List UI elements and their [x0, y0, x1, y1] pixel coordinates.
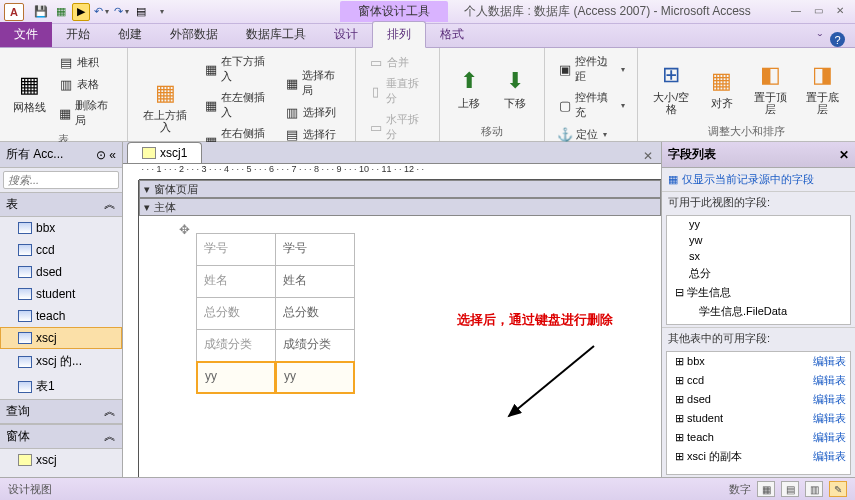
form-label-cell[interactable]: 姓名	[196, 265, 276, 298]
form-control-cell[interactable]: 姓名	[275, 265, 355, 298]
gridlines-button[interactable]: ▦网格线	[8, 67, 50, 115]
nav-item-表1[interactable]: 表1	[0, 374, 122, 399]
nav-item-xscj[interactable]: xscj	[0, 449, 122, 471]
control-margins-button[interactable]: ▣控件边距▾	[553, 52, 629, 86]
form-control-cell[interactable]: 成绩分类	[275, 329, 355, 362]
send-back-button[interactable]: ◨置于底层	[799, 57, 847, 117]
select-layout-button[interactable]: ▦选择布局	[280, 66, 347, 100]
nav-category-tables[interactable]: 表︽	[0, 192, 122, 217]
view-datasheet-button[interactable]: ▤	[781, 481, 799, 497]
select-column-button[interactable]: ▥选择列	[280, 102, 347, 122]
nav-item-bbx[interactable]: bbx	[0, 217, 122, 239]
edit-table-link[interactable]: 编辑表	[813, 354, 846, 369]
layout-selector-icon[interactable]: ✥	[179, 222, 190, 237]
field-item[interactable]: yy	[667, 216, 850, 232]
tab-format[interactable]: 格式	[426, 22, 478, 47]
other-table-item[interactable]: ⊞ ccd编辑表	[667, 371, 850, 390]
qat-custom-icon[interactable]: ▾	[152, 3, 170, 21]
nav-item-ccd[interactable]: ccd	[0, 239, 122, 261]
nav-item-xscj[interactable]: xscj	[0, 327, 122, 349]
insert-left-button[interactable]: ▦在左侧插入	[199, 88, 276, 122]
nav-category-queries[interactable]: 查询︽	[0, 399, 122, 424]
form-label-cell[interactable]: 总分数	[196, 297, 276, 330]
tab-create[interactable]: 创建	[104, 22, 156, 47]
design-canvas[interactable]: · · · 1 · · · 2 · · · 3 · · · 4 · · · 5 …	[123, 164, 661, 477]
bring-front-button[interactable]: ◧置于顶层	[747, 57, 795, 117]
view-layout-button[interactable]: ▥	[805, 481, 823, 497]
field-item[interactable]: 总分	[667, 264, 850, 283]
qat-form-icon[interactable]: ▤	[132, 3, 150, 21]
field-item[interactable]: sx	[667, 248, 850, 264]
nav-item-xscj 的...[interactable]: xscj 的...	[0, 349, 122, 374]
doc-tab-xscj1[interactable]: xscj1	[127, 142, 202, 163]
section-detail[interactable]: ▾主体	[139, 198, 661, 216]
nav-item-student[interactable]: student	[0, 283, 122, 305]
other-table-item[interactable]: ⊞ dsed编辑表	[667, 390, 850, 409]
form-control-cell[interactable]: yy	[275, 361, 355, 394]
nav-dropdown-icon[interactable]: ⊙ «	[96, 148, 116, 162]
minimize-button[interactable]: ―	[787, 5, 805, 19]
qat-excel-icon[interactable]: ▦	[52, 3, 70, 21]
edit-table-link[interactable]: 编辑表	[813, 373, 846, 388]
tab-file[interactable]: 文件	[0, 22, 52, 47]
help-icon[interactable]: ?	[830, 32, 845, 47]
tab-external-data[interactable]: 外部数据	[156, 22, 232, 47]
close-pane-icon[interactable]: ✕	[839, 148, 849, 162]
field-child[interactable]: 学生信息.FileName	[667, 321, 850, 325]
anchoring-button[interactable]: ⚓定位▾	[553, 124, 629, 144]
tab-arrange[interactable]: 排列	[372, 21, 426, 48]
view-form-button[interactable]: ▦	[757, 481, 775, 497]
align-button[interactable]: ▦对齐	[701, 63, 743, 111]
select-row-button[interactable]: ▤选择行	[280, 124, 347, 144]
horizontal-ruler[interactable]: · · · 1 · · · 2 · · · 3 · · · 4 · · · 5 …	[139, 164, 661, 180]
qat-redo-icon[interactable]: ↷▾	[112, 3, 130, 21]
search-input[interactable]	[3, 171, 119, 189]
stacked-button[interactable]: ▤堆积	[54, 52, 119, 72]
insert-above-button[interactable]: ▦在上方插入	[136, 75, 196, 135]
minimize-ribbon-icon[interactable]: ˇ	[818, 32, 822, 47]
move-down-button[interactable]: ⬇下移	[494, 63, 536, 111]
qat-save-icon[interactable]: 💾	[32, 3, 50, 21]
nav-item-dsed[interactable]: dsed	[0, 261, 122, 283]
form-control-cell[interactable]: 总分数	[275, 297, 355, 330]
close-button[interactable]: ✕	[831, 5, 849, 19]
restore-button[interactable]: ▭	[809, 5, 827, 19]
other-table-item[interactable]: ⊞ bbx编辑表	[667, 352, 850, 371]
qat-run-icon[interactable]: ▶	[72, 3, 90, 21]
tab-database-tools[interactable]: 数据库工具	[232, 22, 320, 47]
control-padding-button[interactable]: ▢控件填充▾	[553, 88, 629, 122]
edit-table-link[interactable]: 编辑表	[813, 449, 846, 464]
form-label-cell[interactable]: 成绩分类	[196, 329, 276, 362]
other-tables-list[interactable]: ⊞ bbx编辑表⊞ ccd编辑表⊞ dsed编辑表⊞ student编辑表⊞ t…	[666, 351, 851, 475]
edit-table-link[interactable]: 编辑表	[813, 392, 846, 407]
nav-header[interactable]: 所有 Acc... ⊙ «	[0, 142, 122, 168]
other-table-item[interactable]: ⊞ xsci 的副本编辑表	[667, 447, 850, 466]
field-item[interactable]: yw	[667, 232, 850, 248]
form-label-cell[interactable]: yy	[196, 361, 276, 394]
tab-design[interactable]: 设计	[320, 22, 372, 47]
insert-below-button[interactable]: ▦在下方插入	[199, 52, 276, 86]
edit-table-link[interactable]: 编辑表	[813, 411, 846, 426]
nav-category-forms[interactable]: 窗体︽	[0, 424, 122, 449]
show-current-source-link[interactable]: ▦仅显示当前记录源中的字段	[662, 168, 855, 191]
nav-item-teach[interactable]: teach	[0, 305, 122, 327]
detail-section-body[interactable]: ✥ 学号学号姓名姓名总分数总分数成绩分类成绩分类yyyy 选择后，通过键盘进行删…	[139, 216, 661, 456]
vertical-ruler[interactable]	[123, 180, 139, 477]
view-design-button[interactable]: ✎	[829, 481, 847, 497]
field-child[interactable]: 学生信息.FileData	[667, 302, 850, 321]
tab-home[interactable]: 开始	[52, 22, 104, 47]
close-tab-icon[interactable]: ✕	[643, 149, 653, 163]
tabular-button[interactable]: ▥表格	[54, 74, 119, 94]
move-up-button[interactable]: ⬆上移	[448, 63, 490, 111]
other-table-item[interactable]: ⊞ teach编辑表	[667, 428, 850, 447]
form-label-cell[interactable]: 学号	[196, 233, 276, 266]
edit-table-link[interactable]: 编辑表	[813, 430, 846, 445]
size-space-button[interactable]: ⊞大小/空格	[646, 57, 697, 117]
current-fields-list[interactable]: yyywsx总分⊟ 学生信息学生信息.FileData学生信息.FileName…	[666, 215, 851, 325]
form-control-cell[interactable]: 学号	[275, 233, 355, 266]
qat-undo-icon[interactable]: ↶▾	[92, 3, 110, 21]
other-table-item[interactable]: ⊞ student编辑表	[667, 409, 850, 428]
field-parent[interactable]: ⊟ 学生信息	[667, 283, 850, 302]
remove-layout-button[interactable]: ▦删除布局	[54, 96, 119, 130]
section-form-header[interactable]: ▾窗体页眉	[139, 180, 661, 198]
